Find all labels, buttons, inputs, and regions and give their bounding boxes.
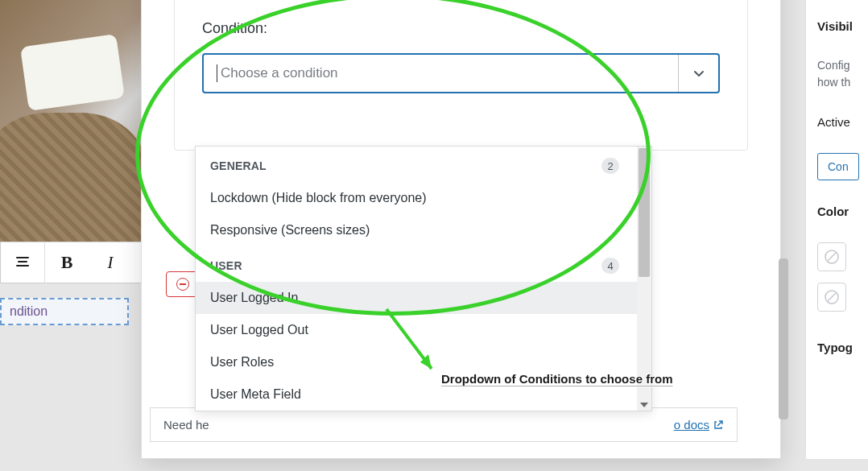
dropdown-group-general: GENERAL 2 bbox=[196, 147, 637, 182]
dropdown-group-user: USER 4 bbox=[196, 246, 637, 282]
visibility-description: Config how th bbox=[817, 57, 868, 91]
dropdown-item[interactable]: User Logged In bbox=[196, 282, 637, 314]
group-count-badge: 4 bbox=[601, 258, 619, 274]
scrollbar-thumb[interactable] bbox=[779, 258, 788, 419]
external-link-icon bbox=[713, 419, 724, 431]
settings-sidebar: Visibil Config how th Active Con Color T… bbox=[805, 0, 868, 459]
color-swatch-none[interactable] bbox=[817, 242, 846, 271]
docs-link[interactable]: o docs bbox=[674, 418, 724, 432]
group-count-badge: 2 bbox=[601, 158, 619, 174]
condition-modal: Condition Set 1 Condition: Choose a cond… bbox=[141, 0, 781, 459]
dropdown-item[interactable]: Responsive (Screens sizes) bbox=[196, 214, 637, 246]
condition-block-outline[interactable]: ndition bbox=[0, 298, 129, 325]
docs-link-label: o docs bbox=[674, 418, 709, 432]
dropdown-item[interactable]: Lockdown (Hide block from everyone) bbox=[196, 182, 637, 214]
align-button[interactable] bbox=[1, 242, 44, 283]
color-swatches bbox=[817, 242, 868, 316]
typography-heading: Typog bbox=[817, 341, 868, 354]
scrollbar-thumb[interactable] bbox=[639, 148, 650, 277]
dropdown-scrollbar[interactable] bbox=[637, 147, 651, 411]
dropdown-item[interactable]: User Logged Out bbox=[196, 314, 637, 346]
group-name: USER bbox=[210, 259, 242, 272]
color-swatch-none[interactable] bbox=[817, 283, 846, 312]
help-bar: Need he o docs bbox=[150, 407, 738, 442]
no-color-icon bbox=[824, 289, 840, 305]
visibility-heading: Visibil bbox=[817, 19, 868, 33]
help-text: Need he bbox=[163, 418, 209, 432]
scroll-down-icon[interactable] bbox=[640, 403, 648, 407]
editor-background-image bbox=[0, 0, 145, 242]
block-toolbar: B I bbox=[0, 242, 145, 283]
condition-card: Condition: Choose a condition bbox=[174, 0, 748, 151]
chevron-down-icon bbox=[692, 67, 705, 80]
text-cursor bbox=[217, 64, 217, 82]
condition-placeholder: Choose a condition bbox=[221, 65, 678, 81]
minus-circle-icon bbox=[176, 278, 189, 291]
modal-scrollbar[interactable] bbox=[779, 0, 788, 444]
group-name: GENERAL bbox=[210, 159, 267, 172]
no-color-icon bbox=[824, 249, 840, 265]
annotation-text: Dropdown of Conditions to choose from bbox=[441, 372, 672, 386]
configure-button[interactable]: Con bbox=[817, 153, 859, 180]
active-label: Active bbox=[817, 115, 868, 129]
dropdown-toggle[interactable] bbox=[678, 55, 718, 92]
italic-button[interactable]: I bbox=[89, 242, 132, 283]
color-heading: Color bbox=[817, 205, 868, 218]
condition-label: Condition: bbox=[202, 20, 720, 37]
bold-button[interactable]: B bbox=[45, 242, 89, 283]
condition-select[interactable]: Choose a condition bbox=[202, 53, 720, 93]
